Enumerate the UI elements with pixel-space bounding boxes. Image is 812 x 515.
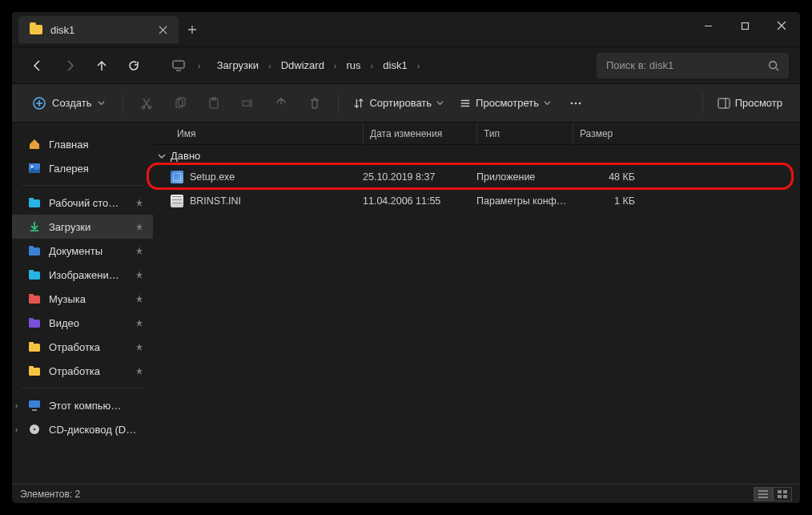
search-input[interactable]: Поиск в: disk1: [597, 53, 789, 78]
file-row[interactable]: Setup.exe 25.10.2019 8:37 Приложение 48 …: [153, 165, 800, 189]
copy-button[interactable]: [165, 91, 195, 116]
view-button[interactable]: Просмотреть: [453, 91, 557, 116]
col-type[interactable]: Тип: [476, 123, 573, 144]
col-date[interactable]: Дата изменения: [363, 123, 476, 144]
sidebar-label: Главная: [49, 139, 88, 151]
file-date: 11.04.2006 11:55: [363, 195, 476, 207]
navbar: › Загрузки›Ddwizard›rus›disk1› Поиск в: …: [12, 47, 800, 84]
svg-rect-14: [718, 99, 730, 108]
back-button[interactable]: [23, 53, 52, 78]
col-name[interactable]: Имя: [171, 123, 363, 144]
icons-view-button[interactable]: [773, 487, 792, 501]
folder-icon: [30, 25, 42, 34]
svg-rect-22: [29, 270, 34, 272]
pin-icon: [135, 295, 143, 303]
sidebar-item[interactable]: Отработка: [12, 335, 153, 359]
svg-point-2: [770, 61, 777, 68]
sidebar-item[interactable]: Видео: [12, 311, 153, 335]
file-type: Параметры конф…: [476, 195, 573, 207]
minimize-button[interactable]: [689, 12, 726, 39]
chevron-down-icon: [436, 99, 444, 107]
sidebar: Главная Галерея Рабочий сто…ЗагрузкиДоку…: [12, 123, 153, 484]
col-size[interactable]: Размер: [573, 123, 635, 144]
chevron-down-icon: [98, 99, 105, 107]
maximize-button[interactable]: [726, 12, 763, 39]
svg-rect-29: [29, 368, 40, 376]
pc-icon[interactable]: [164, 53, 193, 78]
forward-button[interactable]: [55, 53, 84, 78]
pin-icon: [135, 271, 143, 279]
file-date: 25.10.2019 8:37: [363, 171, 476, 183]
titlebar: disk1: [12, 12, 800, 47]
expand-icon[interactable]: ›: [15, 425, 18, 434]
sidebar-item-drive[interactable]: ›CD-дисковод (D…: [12, 417, 153, 441]
chevron-right-icon: ›: [196, 61, 203, 70]
sidebar-item[interactable]: Изображени…: [12, 263, 153, 287]
sidebar-item-gallery[interactable]: Галерея: [12, 156, 153, 180]
sidebar-item[interactable]: Рабочий сто…: [12, 191, 153, 215]
create-button[interactable]: Создать: [23, 91, 115, 116]
pin-icon: [135, 223, 143, 231]
rename-button[interactable]: [232, 91, 263, 116]
content-area: Имя Дата изменения Тип Размер Давно Setu…: [153, 123, 800, 484]
details-view-button[interactable]: [754, 487, 773, 501]
home-icon: [28, 138, 41, 151]
sidebar-item-drive[interactable]: ›Этот компью…: [12, 393, 153, 417]
sidebar-label: Этот компью…: [49, 400, 121, 412]
ini-icon: [171, 195, 183, 207]
svg-rect-23: [29, 296, 40, 304]
create-label: Создать: [52, 97, 91, 109]
sort-label: Сортировать: [369, 97, 432, 109]
pin-icon: [135, 343, 143, 351]
tab-active[interactable]: disk1: [18, 16, 179, 43]
expand-icon[interactable]: ›: [15, 401, 18, 410]
breadcrumb-item[interactable]: Ddwizard: [275, 56, 331, 74]
svg-rect-18: [29, 198, 34, 200]
status-item-count: Элементов: 2: [20, 489, 80, 500]
close-tab-icon[interactable]: [159, 26, 167, 34]
chevron-right-icon: ›: [416, 61, 422, 70]
sidebar-label: Музыка: [49, 293, 86, 305]
svg-rect-19: [29, 247, 40, 255]
breadcrumb-item[interactable]: disk1: [376, 56, 413, 74]
tab-title: disk1: [50, 24, 74, 36]
pin-icon: [135, 247, 143, 255]
preview-pane-button[interactable]: Просмотр: [711, 91, 789, 116]
svg-rect-17: [29, 199, 40, 207]
share-button[interactable]: [266, 91, 296, 116]
svg-rect-21: [29, 272, 40, 280]
sidebar-item[interactable]: Отработка: [12, 359, 153, 383]
svg-point-11: [571, 102, 573, 104]
sidebar-item[interactable]: Загрузки: [12, 215, 153, 239]
breadcrumb-item[interactable]: rus: [340, 56, 368, 74]
svg-point-12: [575, 102, 577, 104]
svg-rect-31: [29, 400, 40, 408]
new-tab-button[interactable]: [179, 16, 206, 43]
sort-button[interactable]: Сортировать: [347, 91, 450, 116]
sidebar-label: Рабочий сто…: [49, 197, 119, 209]
refresh-button[interactable]: [119, 53, 148, 78]
sidebar-item[interactable]: Музыка: [12, 287, 153, 311]
breadcrumb-item[interactable]: Загрузки: [211, 56, 265, 74]
gallery-icon: [28, 162, 41, 175]
window-controls: [689, 12, 800, 39]
cut-button[interactable]: [131, 91, 162, 116]
more-button[interactable]: [561, 91, 591, 116]
file-type: Приложение: [476, 171, 573, 183]
chevron-right-icon: ›: [369, 61, 376, 70]
chevron-right-icon: ›: [267, 61, 273, 70]
delete-button[interactable]: [299, 91, 330, 116]
sidebar-item-home[interactable]: Главная: [12, 132, 153, 156]
sidebar-item[interactable]: Документы: [12, 239, 153, 263]
paste-button[interactable]: [199, 91, 229, 116]
close-window-button[interactable]: [763, 12, 800, 39]
file-row[interactable]: BRINST.INI 11.04.2006 11:55 Параметры ко…: [153, 189, 800, 213]
sidebar-label: Изображени…: [49, 269, 119, 281]
group-header[interactable]: Давно: [153, 145, 800, 165]
sidebar-label: CD-дисковод (D…: [49, 424, 136, 436]
svg-rect-36: [778, 495, 782, 498]
file-name: BRINST.INI: [190, 195, 241, 207]
up-button[interactable]: [87, 53, 116, 78]
svg-rect-24: [29, 294, 34, 296]
svg-rect-37: [783, 495, 787, 498]
